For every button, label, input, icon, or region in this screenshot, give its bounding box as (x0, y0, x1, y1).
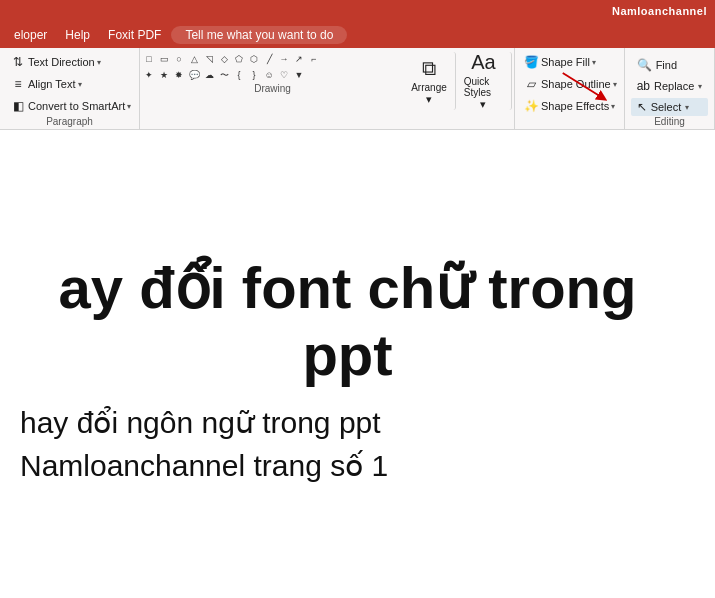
arrange-button[interactable]: ⧉ Arrange ▾ (403, 52, 456, 110)
shape-outline-icon: ▱ (523, 76, 539, 92)
slide-subtitle: hay đổi ngôn ngữ trong ppt (20, 405, 685, 440)
shape-right-tri-icon[interactable]: ◹ (202, 52, 216, 66)
ribbon: Namloanchannel eloper Help Foxit PDF Tel… (0, 0, 715, 130)
shape-fill-chevron: ▾ (592, 58, 596, 67)
shape-outline-button[interactable]: ▱ Shape Outline ▾ (519, 74, 622, 94)
shape-misc-icon[interactable]: } (247, 68, 261, 82)
shape-connector-icon[interactable]: ↗ (292, 52, 306, 66)
text-direction-label: Text Direction (28, 56, 95, 68)
menu-item-help[interactable]: Help (57, 26, 98, 44)
text-direction-button[interactable]: ⇅ Text Direction ▾ (6, 52, 105, 72)
title-bar: Namloanchannel (0, 0, 715, 22)
shape-arrow-icon[interactable]: → (277, 52, 291, 66)
shape-elbow-icon[interactable]: ⌐ (307, 52, 321, 66)
quick-styles-chevron: ▾ (480, 98, 486, 111)
shape-effects-chevron: ▾ (611, 102, 615, 111)
shape-fill-label: Shape Fill (541, 56, 590, 68)
smartart-icon: ◧ (10, 98, 26, 114)
arrange-icon: ⧉ (422, 57, 436, 80)
replace-chevron: ▾ (698, 82, 702, 91)
arrange-label: Arrange (411, 82, 447, 93)
shape-callout-icon[interactable]: 💬 (187, 68, 201, 82)
editing-group: 🔍 Find ab Replace ▾ ↖ Select ▾ Editing (625, 48, 715, 129)
shape-more-icon[interactable]: ▼ (292, 68, 306, 82)
shape-fill-button[interactable]: 🪣 Shape Fill ▾ (519, 52, 622, 72)
slide-area: ay đổi font chữ trong ppt hay đổi ngôn n… (0, 130, 715, 598)
align-text-label: Align Text (28, 78, 76, 90)
quick-styles-button[interactable]: Aa Quick Styles ▾ (456, 52, 512, 110)
editing-label: Editing (625, 116, 714, 127)
shape-rounded-icon[interactable]: ▭ (157, 52, 171, 66)
paragraph-label: Paragraph (0, 116, 139, 127)
shape-options-group: 🪣 Shape Fill ▾ ▱ Shape Outline ▾ ✨ Shape… (515, 48, 625, 129)
menu-item-tell[interactable]: Tell me what you want to do (171, 26, 347, 44)
quick-styles-icon: Aa (471, 51, 495, 74)
shape-wave-icon[interactable]: 〜 (217, 68, 231, 82)
shape-icons-row2: ✦ ★ ✸ 💬 ☁ 〜 { } ☺ ♡ ▼ (142, 68, 403, 82)
shape-effects-label: Shape Effects (541, 100, 609, 112)
shape-star5-icon[interactable]: ★ (157, 68, 171, 82)
shape-outline-chevron: ▾ (613, 80, 617, 89)
text-direction-row: ⇅ Text Direction ▾ (6, 52, 133, 72)
find-label: Find (656, 59, 677, 71)
shape-starburst-icon[interactable]: ✸ (172, 68, 186, 82)
shape-smiley-icon[interactable]: ☺ (262, 68, 276, 82)
select-icon: ↖ (637, 100, 647, 114)
slide-title: ay đổi font chữ trong ppt (10, 255, 685, 388)
paragraph-group: ⇅ Text Direction ▾ ≡ Align Text ▾ ◧ (0, 48, 140, 129)
shape-oval-icon[interactable]: ○ (172, 52, 186, 66)
drawing-label: Drawing (142, 83, 403, 94)
convert-smartart-label: Convert to SmartArt (28, 100, 125, 112)
shape-star4-icon[interactable]: ✦ (142, 68, 156, 82)
shape-effects-button[interactable]: ✨ Shape Effects ▾ (519, 96, 622, 116)
shape-brace-icon[interactable]: { (232, 68, 246, 82)
shape-fill-icon: 🪣 (523, 54, 539, 70)
replace-label: Replace (654, 80, 694, 92)
shape-heart-icon[interactable]: ♡ (277, 68, 291, 82)
slide-footer: Namloanchannel trang số 1 (20, 448, 685, 483)
smartart-chevron: ▾ (127, 102, 131, 111)
drawing-shapes-group: □ ▭ ○ △ ◹ ◇ ⬠ ⬡ ╱ → ↗ ⌐ ✦ ★ ✸ 💬 (140, 48, 515, 129)
shape-diamond-icon[interactable]: ◇ (217, 52, 231, 66)
smartart-row: ◧ Convert to SmartArt ▾ (6, 96, 133, 116)
text-direction-chevron: ▾ (97, 58, 101, 67)
align-text-row: ≡ Align Text ▾ (6, 74, 133, 94)
menu-bar: eloper Help Foxit PDF Tell me what you w… (0, 22, 715, 48)
shape-line-icon[interactable]: ╱ (262, 52, 276, 66)
arrange-chevron: ▾ (426, 93, 432, 106)
replace-button[interactable]: ab Replace ▾ (631, 77, 709, 95)
text-direction-icon: ⇅ (10, 54, 26, 70)
shape-tri-icon[interactable]: △ (187, 52, 201, 66)
select-chevron: ▾ (685, 103, 689, 112)
select-button[interactable]: ↖ Select ▾ (631, 98, 709, 116)
align-text-chevron: ▾ (78, 80, 82, 89)
shape-hex-icon[interactable]: ⬡ (247, 52, 261, 66)
shape-rect-icon[interactable]: □ (142, 52, 156, 66)
replace-icon: ab (637, 79, 650, 93)
shape-icons-row: □ ▭ ○ △ ◹ ◇ ⬠ ⬡ ╱ → ↗ ⌐ (142, 52, 403, 66)
ribbon-content: ⇅ Text Direction ▾ ≡ Align Text ▾ ◧ (0, 48, 715, 130)
find-icon: 🔍 (637, 58, 652, 72)
convert-smartart-button[interactable]: ◧ Convert to SmartArt ▾ (6, 96, 135, 116)
menu-item-developer[interactable]: eloper (6, 26, 55, 44)
quick-styles-label: Quick Styles (464, 76, 503, 98)
shape-outline-label: Shape Outline (541, 78, 611, 90)
align-text-icon: ≡ (10, 76, 26, 92)
find-button[interactable]: 🔍 Find (631, 56, 709, 74)
brand-label: Namloanchannel (612, 5, 707, 17)
shape-effects-icon: ✨ (523, 98, 539, 114)
shape-cloud-icon[interactable]: ☁ (202, 68, 216, 82)
menu-item-foxit[interactable]: Foxit PDF (100, 26, 169, 44)
shape-penta-icon[interactable]: ⬠ (232, 52, 246, 66)
select-label: Select (651, 101, 682, 113)
align-text-button[interactable]: ≡ Align Text ▾ (6, 74, 86, 94)
